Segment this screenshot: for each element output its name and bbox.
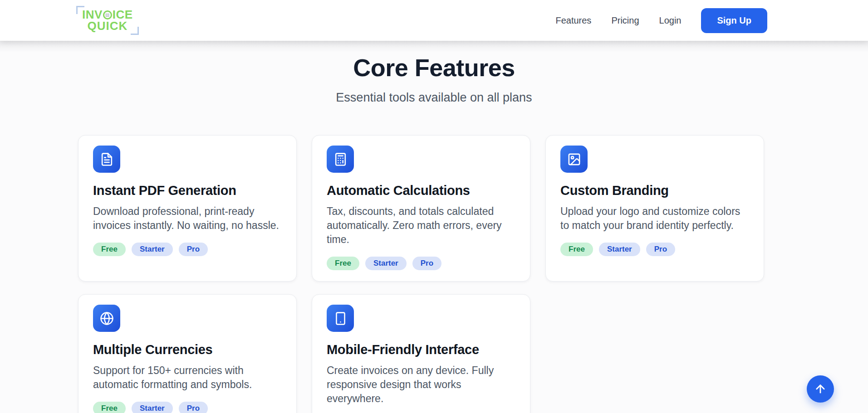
- feature-description: Tax, discounts, and totals calculated au…: [327, 204, 515, 247]
- feature-icon-tile: [327, 146, 354, 173]
- feature-card: Instant PDF GenerationDownload professio…: [78, 135, 297, 282]
- signup-button[interactable]: Sign Up: [701, 8, 767, 33]
- plan-badge-free: Free: [560, 243, 593, 256]
- plan-badges: FreeStarterPro: [93, 243, 282, 256]
- nav-link-pricing[interactable]: Pricing: [611, 15, 639, 26]
- plan-badge-starter: Starter: [599, 243, 640, 256]
- page-subtitle: Essential tools available on all plans: [0, 91, 868, 105]
- feature-card: Multiple CurrenciesSupport for 150+ curr…: [78, 294, 297, 413]
- feature-card-grid: Instant PDF GenerationDownload professio…: [78, 135, 764, 413]
- brand-logo-line2: QUICK: [82, 20, 133, 32]
- nav-links: Features Pricing Login Sign Up: [555, 8, 767, 33]
- plan-badge-free: Free: [327, 257, 359, 270]
- smartphone-icon: [333, 311, 348, 326]
- feature-card: Automatic CalculationsTax, discounts, an…: [312, 135, 530, 282]
- plan-badge-starter: Starter: [365, 257, 407, 270]
- feature-description: Create invoices on any device. Fully res…: [327, 364, 515, 406]
- nav-link-login[interactable]: Login: [659, 15, 682, 26]
- feature-title: Custom Branding: [560, 184, 749, 198]
- feature-icon-tile: [327, 305, 354, 332]
- invoice-receipt-icon: ▤: [103, 10, 112, 19]
- plan-badge-pro: Pro: [179, 402, 208, 413]
- feature-title: Instant PDF Generation: [93, 184, 282, 198]
- page-title: Core Features: [0, 41, 868, 82]
- plan-badge-starter: Starter: [132, 402, 173, 413]
- nav-link-features[interactable]: Features: [555, 15, 591, 26]
- plan-badge-free: Free: [93, 243, 126, 256]
- globe-icon: [100, 311, 114, 326]
- plan-badges: FreeStarterPro: [93, 402, 282, 413]
- plan-badge-pro: Pro: [179, 243, 208, 256]
- feature-title: Multiple Currencies: [93, 343, 282, 357]
- core-features-section: Core Features Essential tools available …: [0, 41, 868, 413]
- plan-badge-pro: Pro: [646, 243, 675, 256]
- brand-logo[interactable]: INV▤ICE QUICK: [76, 6, 139, 34]
- scroll-to-top-button[interactable]: [807, 375, 834, 403]
- plan-badges: FreeStarterPro: [560, 243, 749, 256]
- feature-card: Mobile-Friendly InterfaceCreate invoices…: [312, 294, 530, 413]
- arrow-up-icon: [814, 383, 827, 395]
- navbar: INV▤ICE QUICK Features Pricing Login Sig…: [0, 0, 868, 41]
- image-icon: [567, 152, 581, 166]
- feature-icon-tile: [93, 305, 120, 332]
- feature-description: Support for 150+ currencies with automat…: [93, 364, 282, 392]
- calculator-icon: [333, 152, 348, 166]
- plan-badge-pro: Pro: [412, 257, 441, 270]
- feature-title: Mobile-Friendly Interface: [327, 343, 515, 357]
- feature-title: Automatic Calculations: [327, 184, 515, 198]
- file-text-icon: [100, 152, 114, 166]
- feature-description: Upload your logo and customize colors to…: [560, 204, 749, 233]
- feature-icon-tile: [93, 146, 120, 173]
- feature-description: Download professional, print-ready invoi…: [93, 204, 282, 233]
- feature-card: Custom BrandingUpload your logo and cust…: [545, 135, 764, 282]
- plan-badges: FreeStarterPro: [327, 257, 515, 270]
- plan-badge-starter: Starter: [132, 243, 173, 256]
- feature-icon-tile: [560, 146, 588, 173]
- plan-badge-free: Free: [93, 402, 126, 413]
